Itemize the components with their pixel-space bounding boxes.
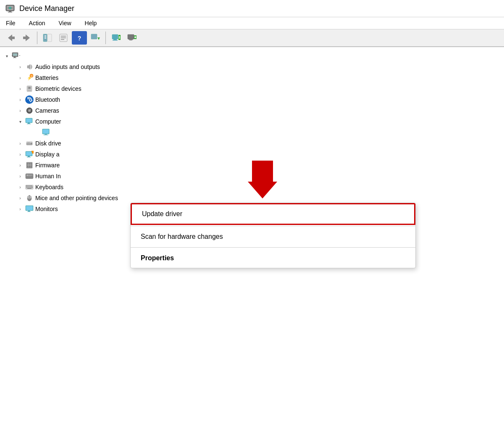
keyboards-expand-icon[interactable]: › bbox=[17, 184, 24, 190]
menu-bar: File Action View Help bbox=[0, 17, 504, 29]
svg-rect-37 bbox=[14, 57, 16, 58]
show-hide-icon bbox=[43, 33, 52, 42]
svg-rect-102 bbox=[27, 211, 31, 212]
svg-rect-3 bbox=[8, 12, 12, 13]
scan-hardware-button[interactable] bbox=[108, 31, 123, 45]
add-device-icon bbox=[127, 33, 136, 42]
svg-rect-90 bbox=[27, 187, 28, 188]
svg-point-49 bbox=[29, 87, 30, 89]
svg-rect-79 bbox=[29, 174, 30, 176]
keyboards-icon bbox=[25, 183, 34, 191]
firmware-expand-icon[interactable]: › bbox=[17, 162, 24, 169]
svg-rect-87 bbox=[30, 185, 31, 186]
biometric-icon bbox=[25, 85, 34, 93]
display-label: Display a bbox=[35, 151, 60, 158]
back-icon bbox=[6, 33, 16, 42]
svg-rect-22 bbox=[91, 34, 97, 39]
tree-item-display[interactable]: › Display a bbox=[0, 149, 504, 160]
cameras-label: Cameras bbox=[35, 107, 59, 114]
forward-button[interactable] bbox=[19, 31, 34, 45]
mice-label: Mice and other pointing devices bbox=[35, 195, 118, 201]
window-title: Device Manager bbox=[19, 4, 74, 13]
update-driver-toolbar-button[interactable] bbox=[88, 31, 103, 45]
display-expand-icon[interactable]: › bbox=[17, 151, 24, 158]
menu-file[interactable]: File bbox=[3, 19, 18, 27]
svg-rect-29 bbox=[128, 34, 134, 39]
cameras-expand-icon[interactable]: › bbox=[17, 107, 24, 114]
human-expand-icon[interactable]: › bbox=[17, 173, 24, 180]
svg-rect-68 bbox=[28, 156, 30, 157]
tree-item-biometric[interactable]: › Biometric devices bbox=[0, 83, 504, 94]
svg-rect-59 bbox=[43, 129, 49, 134]
svg-point-53 bbox=[30, 109, 31, 110]
context-menu-properties[interactable]: Properties bbox=[131, 248, 415, 268]
help-button[interactable]: ? bbox=[72, 31, 87, 45]
context-menu: Update driver Scan for hardware changes … bbox=[130, 203, 416, 268]
show-hide-button[interactable] bbox=[40, 31, 55, 45]
computer-child-icon bbox=[42, 128, 50, 137]
menu-action[interactable]: Action bbox=[26, 19, 48, 27]
scan-icon bbox=[111, 33, 121, 42]
toolbar-separator-1 bbox=[37, 32, 37, 44]
svg-rect-56 bbox=[28, 123, 30, 124]
svg-rect-100 bbox=[26, 206, 33, 210]
svg-rect-72 bbox=[27, 163, 32, 167]
mice-expand-icon[interactable]: › bbox=[17, 195, 24, 201]
batteries-label: Batteries bbox=[35, 74, 58, 81]
add-device-button[interactable] bbox=[124, 31, 139, 45]
computer-label: Computer bbox=[35, 118, 61, 125]
back-button[interactable] bbox=[3, 31, 18, 45]
svg-rect-84 bbox=[26, 185, 27, 186]
tree-item-audio[interactable]: › Audio inputs and outputs bbox=[0, 61, 504, 72]
context-menu-separator-2 bbox=[131, 247, 415, 248]
svg-rect-12 bbox=[47, 34, 52, 42]
computer-expand-icon[interactable]: ▾ bbox=[17, 118, 24, 125]
batteries-expand-icon[interactable]: › bbox=[17, 74, 24, 81]
svg-marker-23 bbox=[97, 37, 100, 40]
tree-item-bluetooth[interactable]: › ⮷ Bluetooth bbox=[0, 94, 504, 105]
app-icon bbox=[5, 3, 15, 13]
tree-item-computer[interactable]: ▾ Computer bbox=[0, 116, 504, 127]
monitors-expand-icon[interactable]: › bbox=[17, 206, 24, 212]
tree-root[interactable]: ▾ bbox=[0, 50, 504, 61]
svg-rect-89 bbox=[26, 187, 27, 188]
svg-rect-85 bbox=[27, 185, 28, 186]
mice-icon bbox=[25, 194, 34, 202]
svg-rect-2 bbox=[9, 11, 11, 12]
menu-view[interactable]: View bbox=[56, 19, 74, 27]
human-icon bbox=[25, 172, 34, 180]
help-icon: ? bbox=[75, 33, 84, 42]
bluetooth-expand-icon[interactable]: › bbox=[17, 96, 24, 103]
svg-text:?: ? bbox=[78, 35, 81, 42]
toolbar: ? bbox=[0, 29, 504, 47]
monitors-label: Monitors bbox=[35, 206, 58, 212]
svg-point-64 bbox=[31, 143, 32, 144]
context-menu-scan-hardware[interactable]: Scan for hardware changes bbox=[131, 227, 415, 246]
audio-expand-icon[interactable]: › bbox=[17, 63, 24, 70]
svg-rect-25 bbox=[113, 39, 117, 40]
tree-item-cameras[interactable]: › Cameras bbox=[0, 105, 504, 116]
tree-item-disk[interactable]: › Disk drive bbox=[0, 138, 504, 149]
biometric-expand-icon[interactable]: › bbox=[17, 85, 24, 92]
computer-icon bbox=[25, 117, 34, 126]
svg-rect-93 bbox=[31, 187, 33, 188]
properties-button[interactable] bbox=[56, 31, 71, 45]
root-expand-icon[interactable]: ▾ bbox=[3, 53, 10, 59]
update-driver-icon bbox=[91, 33, 100, 42]
human-label: Human In bbox=[35, 173, 61, 180]
disk-expand-icon[interactable]: › bbox=[17, 140, 24, 147]
firmware-label: Firmware bbox=[35, 162, 60, 169]
keyboards-label: Keyboards bbox=[35, 184, 63, 190]
svg-rect-92 bbox=[30, 187, 31, 188]
display-icon bbox=[25, 150, 34, 159]
svg-marker-41 bbox=[27, 64, 30, 69]
bluetooth-label: Bluetooth bbox=[35, 96, 60, 103]
svg-rect-31 bbox=[129, 40, 132, 41]
menu-help[interactable]: Help bbox=[82, 19, 100, 27]
svg-rect-88 bbox=[31, 185, 32, 186]
toolbar-separator-2 bbox=[105, 32, 106, 44]
tree-item-computer-child[interactable] bbox=[0, 127, 504, 138]
context-menu-update-driver[interactable]: Update driver bbox=[131, 203, 415, 225]
batteries-icon: ⚡ ⚙ bbox=[25, 74, 34, 82]
tree-item-batteries[interactable]: › ⚡ ⚙ Batteries bbox=[0, 72, 504, 83]
